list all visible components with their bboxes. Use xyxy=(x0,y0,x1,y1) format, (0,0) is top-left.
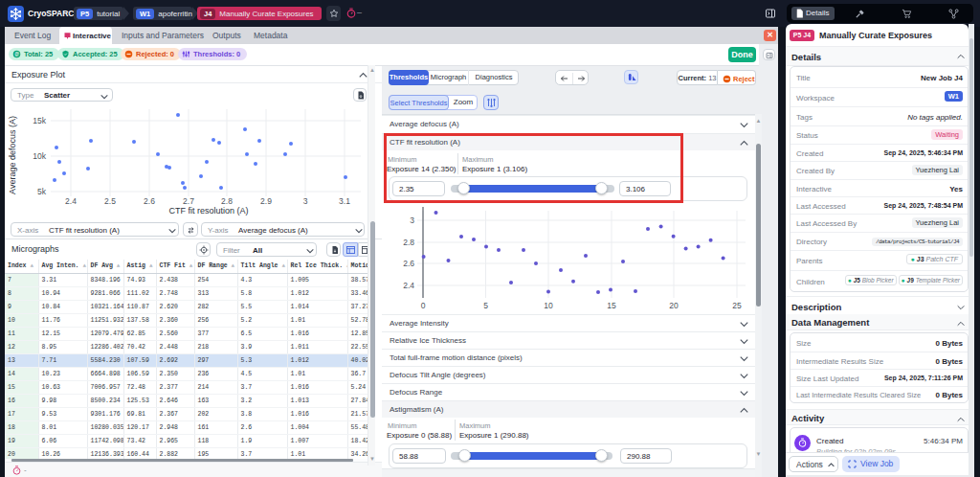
svg-text:5: 5 xyxy=(483,301,488,310)
svg-text:2.6: 2.6 xyxy=(403,259,414,268)
svg-text:3: 3 xyxy=(410,216,414,225)
svg-text:5k: 5k xyxy=(37,187,47,196)
svg-text:2.6: 2.6 xyxy=(144,196,155,206)
svg-text:2.7: 2.7 xyxy=(183,196,194,206)
svg-text:2.5: 2.5 xyxy=(104,196,116,206)
svg-text:2.8: 2.8 xyxy=(221,196,233,206)
svg-text:2.9: 2.9 xyxy=(260,196,272,206)
svg-text:2.4: 2.4 xyxy=(403,281,414,290)
svg-text:25: 25 xyxy=(732,301,742,310)
svg-text:10: 10 xyxy=(544,301,553,310)
svg-text:@: @ xyxy=(14,52,19,57)
svg-text:2.8: 2.8 xyxy=(403,238,414,247)
svg-text:10k: 10k xyxy=(33,151,46,161)
svg-text:0: 0 xyxy=(421,301,426,310)
svg-text:15: 15 xyxy=(607,301,616,310)
svg-text:3: 3 xyxy=(303,196,308,206)
svg-text:CTF fit resolution (A): CTF fit resolution (A) xyxy=(168,206,248,216)
svg-text:15k: 15k xyxy=(33,116,46,125)
svg-text:20: 20 xyxy=(669,301,679,310)
svg-text:2.4: 2.4 xyxy=(65,196,77,206)
svg-text:Average defocus (A): Average defocus (A) xyxy=(8,116,17,194)
svg-text:3.1: 3.1 xyxy=(339,196,350,206)
